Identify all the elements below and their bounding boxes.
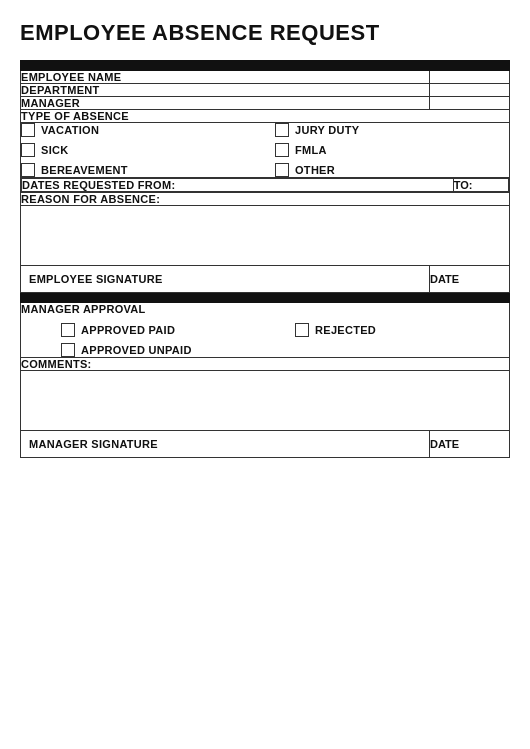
manager-approval-row: MANAGER APPROVAL APPROVED PAID APPROVED … [21, 303, 510, 358]
employee-name-row: EMPLOYEE NAME [21, 71, 510, 84]
manager-label: MANAGER [21, 97, 430, 110]
checkbox-other-box[interactable] [275, 163, 289, 177]
checkbox-approved-unpaid-label: APPROVED UNPAID [81, 344, 192, 356]
reason-label: REASON FOR ABSENCE: [21, 193, 510, 206]
checkbox-vacation-box[interactable] [21, 123, 35, 137]
dates-inner-row: DATES REQUESTED FROM: TO: [22, 179, 509, 192]
comments-label-row: COMMENTS: [21, 358, 510, 371]
department-value [430, 84, 510, 97]
manager-value [430, 97, 510, 110]
comments-label: COMMENTS: [21, 358, 510, 371]
checkbox-approved-unpaid[interactable]: APPROVED UNPAID [61, 343, 275, 357]
manager-approval-cell: MANAGER APPROVAL APPROVED PAID APPROVED … [21, 303, 510, 358]
checkbox-sick[interactable]: SICK [21, 143, 255, 157]
checkbox-approved-paid[interactable]: APPROVED PAID [61, 323, 275, 337]
dates-requested-label: DATES REQUESTED FROM: [22, 179, 454, 192]
department-row: DEPARTMENT [21, 84, 510, 97]
employee-name-label: EMPLOYEE NAME [21, 71, 430, 84]
form-container: EMPLOYEE ABSENCE REQUEST EMPLOYEE NAME D… [20, 20, 510, 458]
checkbox-vacation[interactable]: VACATION [21, 123, 255, 137]
checkbox-approved-paid-box[interactable] [61, 323, 75, 337]
reason-label-row: REASON FOR ABSENCE: [21, 193, 510, 206]
checkbox-sick-box[interactable] [21, 143, 35, 157]
checkbox-rejected[interactable]: REJECTED [295, 323, 509, 337]
approval-col-right: REJECTED [295, 323, 509, 357]
checkbox-fmla-label: FMLA [295, 144, 327, 156]
employee-signature-label: EMPLOYEE SIGNATURE [21, 266, 430, 293]
absence-types-cell: VACATION JURY DUTY SICK FMLA [21, 123, 510, 178]
checkbox-approved-unpaid-box[interactable] [61, 343, 75, 357]
dates-requested-row: DATES REQUESTED FROM: TO: [21, 178, 510, 193]
manager-row: MANAGER [21, 97, 510, 110]
checkbox-bereavement[interactable]: BEREAVEMENT [21, 163, 255, 177]
form-title: EMPLOYEE ABSENCE REQUEST [20, 20, 510, 46]
checkbox-sick-label: SICK [41, 144, 68, 156]
dates-to-label: TO: [453, 179, 508, 192]
form-table: EMPLOYEE NAME DEPARTMENT MANAGER TYPE OF… [20, 60, 510, 458]
checkbox-bereavement-label: BEREAVEMENT [41, 164, 128, 176]
dark-header-middle [21, 293, 510, 303]
checkbox-jury-duty[interactable]: JURY DUTY [275, 123, 509, 137]
absence-type-options-row: VACATION JURY DUTY SICK FMLA [21, 123, 510, 178]
absence-types-grid: VACATION JURY DUTY SICK FMLA [21, 123, 509, 177]
manager-signature-label: MANAGER SIGNATURE [21, 431, 430, 458]
checkbox-jury-duty-label: JURY DUTY [295, 124, 359, 136]
comments-space-row [21, 371, 510, 431]
employee-name-value [430, 71, 510, 84]
absence-type-label: TYPE OF ABSENCE [21, 110, 510, 123]
checkbox-other-label: OTHER [295, 164, 335, 176]
checkbox-bereavement-box[interactable] [21, 163, 35, 177]
checkbox-fmla-box[interactable] [275, 143, 289, 157]
dark-header-top [21, 61, 510, 71]
employee-signature-row: EMPLOYEE SIGNATURE DATE [21, 266, 510, 293]
manager-approval-title: MANAGER APPROVAL [21, 303, 509, 315]
dates-inner-table: DATES REQUESTED FROM: TO: [21, 178, 509, 192]
checkbox-jury-duty-box[interactable] [275, 123, 289, 137]
manager-signature-row: MANAGER SIGNATURE DATE [21, 431, 510, 458]
checkbox-vacation-label: VACATION [41, 124, 99, 136]
absence-type-header-row: TYPE OF ABSENCE [21, 110, 510, 123]
approval-options: APPROVED PAID APPROVED UNPAID REJECTED [21, 323, 509, 357]
checkbox-rejected-box[interactable] [295, 323, 309, 337]
manager-date-label: DATE [430, 431, 510, 458]
department-label: DEPARTMENT [21, 84, 430, 97]
checkbox-fmla[interactable]: FMLA [275, 143, 509, 157]
checkbox-approved-paid-label: APPROVED PAID [81, 324, 175, 336]
comments-space [21, 371, 510, 431]
checkbox-rejected-label: REJECTED [315, 324, 376, 336]
approval-col-left: APPROVED PAID APPROVED UNPAID [61, 323, 275, 357]
checkbox-other[interactable]: OTHER [275, 163, 509, 177]
reason-space [21, 206, 510, 266]
employee-date-label: DATE [430, 266, 510, 293]
reason-space-row [21, 206, 510, 266]
